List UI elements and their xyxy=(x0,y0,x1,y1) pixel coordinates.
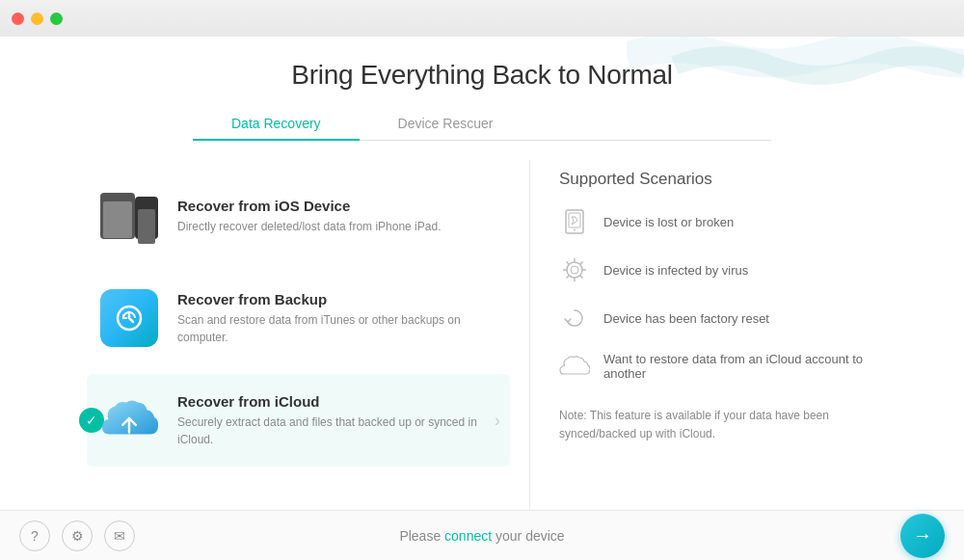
scenario-lost-broken-text: Device is lost or broken xyxy=(603,215,734,229)
option-icloud-desc: Securely extract data and files that bac… xyxy=(177,413,479,448)
settings-button[interactable]: ⚙ xyxy=(62,520,93,551)
tabs-container: Data Recovery Device Rescuer xyxy=(193,108,771,141)
svg-line-13 xyxy=(580,262,583,265)
help-button[interactable]: ? xyxy=(19,520,50,551)
bottom-bar: ? ⚙ ✉ Please connect your device → xyxy=(0,510,964,560)
status-text: Please connect your device xyxy=(399,528,564,544)
note-text: Note: This feature is available if your … xyxy=(559,399,897,443)
maximize-button[interactable] xyxy=(50,13,63,25)
virus-icon xyxy=(559,254,590,285)
next-button[interactable]: → xyxy=(900,514,945,558)
svg-point-4 xyxy=(574,229,576,231)
chevron-right-icon: › xyxy=(495,411,500,431)
close-button[interactable] xyxy=(12,13,24,25)
ios-device-icon-wrapper xyxy=(96,183,162,249)
option-ios-title: Recover from iOS Device xyxy=(177,198,500,214)
option-backup-title: Recover from Backup xyxy=(177,291,500,307)
help-icon: ? xyxy=(31,528,39,544)
factory-reset-icon xyxy=(559,303,590,333)
svg-line-14 xyxy=(567,276,570,279)
option-backup-desc: Scan and restore data from iTunes or oth… xyxy=(177,311,500,346)
broken-device-icon xyxy=(559,206,590,237)
two-col-layout: Recover from iOS Device Directly recover… xyxy=(48,160,916,510)
minimize-button[interactable] xyxy=(31,13,43,25)
scenario-icloud-restore: Want to restore data from an iCloud acco… xyxy=(559,351,897,382)
option-icloud-title: Recover from iCloud xyxy=(177,393,479,410)
email-icon: ✉ xyxy=(114,528,125,544)
ipad-screen xyxy=(103,201,132,238)
gear-icon: ⚙ xyxy=(71,528,84,544)
icloud-icon xyxy=(96,391,162,449)
option-ios-device[interactable]: Recover from iOS Device Directly recover… xyxy=(87,170,510,262)
supported-scenarios-title: Supported Scenarios xyxy=(559,170,897,189)
scenario-factory-reset: Device has been factory reset xyxy=(559,303,897,333)
page-heading: Bring Everything Back to Normal xyxy=(291,60,672,91)
scenario-factory-reset-text: Device has been factory reset xyxy=(603,311,769,326)
iphone-shape xyxy=(135,197,158,239)
left-panel: Recover from iOS Device Directly recover… xyxy=(48,160,530,510)
svg-rect-3 xyxy=(569,213,580,227)
icloud-small-icon xyxy=(559,351,590,382)
option-icloud-text: Recover from iCloud Securely extract dat… xyxy=(177,393,479,448)
svg-point-6 xyxy=(571,266,578,274)
backup-icon-wrapper xyxy=(96,285,162,351)
right-panel: Supported Scenarios Device is lost or br… xyxy=(530,160,916,510)
main-content: Bring Everything Back to Normal Data Rec… xyxy=(0,37,964,510)
icloud-svg xyxy=(96,394,162,447)
icloud-icon-outer xyxy=(96,387,162,453)
svg-line-11 xyxy=(567,262,570,265)
option-ios-desc: Directly recover deleted/lost data from … xyxy=(177,218,500,235)
title-bar xyxy=(0,0,964,37)
option-backup[interactable]: Recover from Backup Scan and restore dat… xyxy=(87,272,510,364)
option-ios-text: Recover from iOS Device Directly recover… xyxy=(177,198,500,235)
backup-icon xyxy=(100,289,158,347)
backup-svg xyxy=(112,301,147,335)
bottom-left-icons: ? ⚙ ✉ xyxy=(19,520,135,551)
ipad-shape xyxy=(100,193,135,239)
scenario-icloud-restore-text: Want to restore data from an iCloud acco… xyxy=(603,352,897,381)
tab-device-rescuer[interactable]: Device Rescuer xyxy=(360,108,532,141)
iphone-screen xyxy=(138,209,155,244)
scenario-lost-broken: Device is lost or broken xyxy=(559,206,897,237)
option-icloud[interactable]: ✓ xyxy=(87,374,510,467)
scenario-virus-text: Device is infected by virus xyxy=(603,263,748,278)
status-before: Please xyxy=(399,528,444,544)
svg-line-12 xyxy=(580,276,583,279)
status-after: your device xyxy=(492,528,564,544)
status-highlight: connect xyxy=(444,528,492,544)
next-arrow-icon: → xyxy=(913,524,932,547)
tab-data-recovery[interactable]: Data Recovery xyxy=(193,108,360,141)
svg-point-5 xyxy=(567,262,582,278)
option-backup-text: Recover from Backup Scan and restore dat… xyxy=(177,291,500,346)
email-button[interactable]: ✉ xyxy=(104,520,135,551)
ios-device-icon xyxy=(100,187,158,245)
scenario-virus: Device is infected by virus xyxy=(559,254,897,285)
window-controls xyxy=(12,13,63,25)
